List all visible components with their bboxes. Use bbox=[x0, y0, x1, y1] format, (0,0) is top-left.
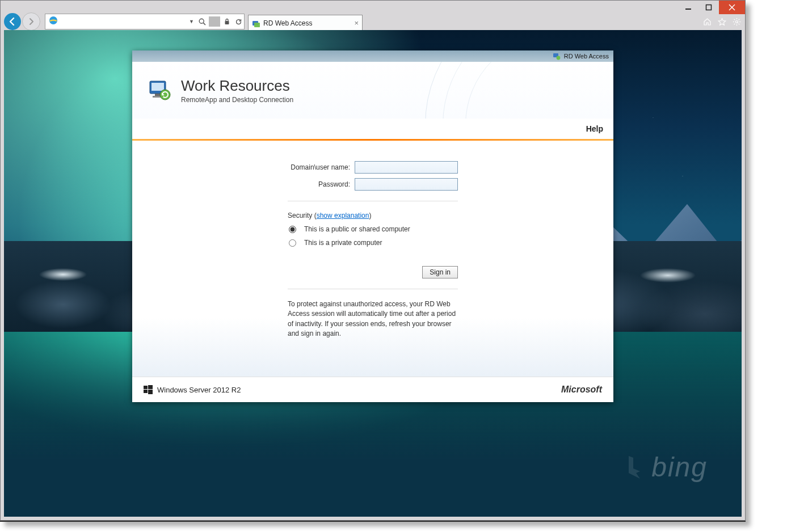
tab-title: RD Web Access bbox=[263, 19, 354, 27]
password-label: Password: bbox=[288, 180, 350, 188]
signin-button[interactable]: Sign in bbox=[422, 266, 458, 278]
rdweb-footer: Windows Server 2012 R2 Microsoft bbox=[132, 377, 613, 402]
svg-rect-26 bbox=[144, 386, 148, 389]
svg-rect-22 bbox=[151, 83, 164, 91]
rdweb-small-icon bbox=[553, 52, 561, 60]
username-row: Domain\user name: bbox=[288, 161, 458, 174]
address-bar[interactable]: ▼ bbox=[45, 14, 245, 29]
svg-rect-9 bbox=[254, 23, 260, 27]
ie-logo-icon bbox=[49, 16, 58, 27]
address-icons bbox=[196, 14, 244, 29]
divider bbox=[288, 201, 458, 201]
svg-rect-7 bbox=[225, 21, 229, 24]
show-explanation-link[interactable]: show explanation bbox=[317, 212, 369, 219]
signin-row: Sign in bbox=[288, 266, 458, 278]
svg-point-5 bbox=[199, 19, 204, 23]
home-icon[interactable] bbox=[702, 16, 712, 27]
rdweb-topbar: RD Web Access bbox=[132, 50, 613, 62]
window-controls bbox=[678, 1, 745, 14]
divider bbox=[288, 289, 458, 289]
rdweb-card: RD Web Access Work Resource bbox=[132, 50, 613, 402]
bing-watermark: bing bbox=[623, 451, 708, 483]
divider bbox=[209, 16, 220, 27]
globe-art bbox=[425, 62, 613, 119]
rdweb-header: Work Resources RemoteApp and Desktop Con… bbox=[132, 62, 613, 119]
browser-toolbar: ▼ RD Web Access × bbox=[4, 13, 742, 30]
back-button[interactable] bbox=[4, 13, 21, 30]
browser-viewport: bing RD Web Access bbox=[4, 30, 742, 517]
security-public-row[interactable]: This is a public or shared computer bbox=[288, 225, 458, 233]
svg-point-20 bbox=[556, 56, 560, 60]
work-resources-icon bbox=[148, 78, 173, 103]
footer-left-text: Windows Server 2012 R2 bbox=[157, 386, 241, 394]
maximize-button[interactable] bbox=[698, 1, 719, 14]
disclaimer-text: To protect against unauthorized access, … bbox=[288, 299, 458, 339]
svg-point-10 bbox=[735, 20, 738, 23]
browser-right-icons bbox=[702, 16, 742, 27]
address-input[interactable] bbox=[61, 17, 189, 26]
security-suffix: ) bbox=[369, 212, 371, 219]
login-form: Domain\user name: Password: Security (sh… bbox=[288, 161, 458, 339]
username-label: Domain\user name: bbox=[288, 163, 350, 171]
settings-icon[interactable] bbox=[731, 16, 742, 27]
close-button[interactable] bbox=[719, 1, 745, 14]
svg-rect-28 bbox=[144, 390, 148, 393]
lock-icon[interactable] bbox=[221, 18, 233, 25]
address-dropdown-icon[interactable]: ▼ bbox=[189, 19, 194, 24]
security-private-row[interactable]: This is a private computer bbox=[288, 239, 458, 247]
svg-rect-29 bbox=[148, 390, 153, 394]
favorites-icon[interactable] bbox=[717, 16, 727, 27]
security-public-label: This is a public or shared computer bbox=[304, 225, 410, 233]
security-prefix: Security ( bbox=[288, 212, 317, 219]
password-row: Password: bbox=[288, 178, 458, 191]
tab-favicon-icon bbox=[252, 19, 260, 27]
search-icon[interactable] bbox=[196, 18, 208, 26]
browser-window: ▼ RD Web Access × bbox=[0, 0, 746, 521]
windows-logo-icon bbox=[144, 385, 153, 394]
svg-point-25 bbox=[160, 90, 170, 100]
rdweb-brand-label: RD Web Access bbox=[564, 53, 609, 60]
password-input[interactable] bbox=[355, 178, 458, 191]
rdweb-title-block: Work Resources RemoteApp and Desktop Con… bbox=[181, 77, 293, 104]
rdweb-title: Work Resources bbox=[181, 77, 293, 95]
svg-line-6 bbox=[203, 23, 205, 25]
security-public-radio[interactable] bbox=[289, 226, 296, 233]
username-input[interactable] bbox=[355, 161, 458, 174]
svg-line-18 bbox=[734, 23, 735, 24]
help-link[interactable]: Help bbox=[586, 124, 603, 133]
rdweb-subtitle: RemoteApp and Desktop Connection bbox=[181, 96, 293, 104]
tab-close-icon[interactable]: × bbox=[354, 19, 359, 27]
browser-tab[interactable]: RD Web Access × bbox=[248, 15, 363, 31]
footer-left: Windows Server 2012 R2 bbox=[144, 385, 241, 394]
rdweb-navrow: Help bbox=[132, 119, 613, 139]
forward-button[interactable] bbox=[22, 12, 40, 31]
security-private-radio[interactable] bbox=[289, 239, 296, 247]
refresh-icon[interactable] bbox=[233, 18, 244, 26]
svg-line-16 bbox=[738, 23, 739, 24]
footer-right-text: Microsoft bbox=[561, 385, 602, 395]
svg-rect-1 bbox=[706, 5, 712, 10]
security-private-label: This is a private computer bbox=[304, 239, 382, 247]
svg-rect-27 bbox=[148, 385, 153, 389]
security-line: Security (show explanation) bbox=[288, 212, 458, 219]
svg-line-17 bbox=[738, 19, 739, 20]
minimize-button[interactable] bbox=[678, 1, 698, 14]
rdweb-body: Domain\user name: Password: Security (sh… bbox=[132, 141, 613, 377]
svg-line-15 bbox=[734, 19, 735, 20]
